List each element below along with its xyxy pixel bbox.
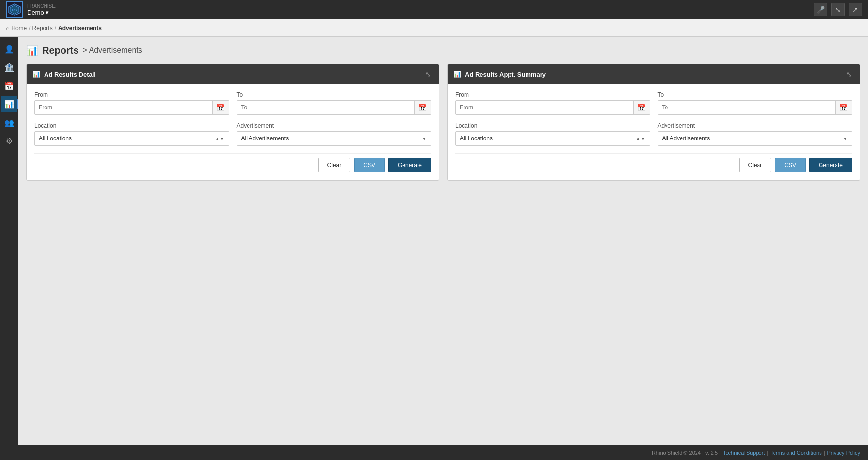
card2-advertisement-group: Advertisement All Advertisements ▼: [658, 123, 852, 146]
top-bar-right: 🎤 ⤡ ↗: [814, 3, 862, 16]
card1-header-left: 📊 Ad Results Detail: [32, 71, 96, 78]
expand-icon[interactable]: ⤡: [831, 3, 845, 16]
page-title: Reports: [42, 45, 79, 56]
breadcrumb-home[interactable]: Home: [11, 25, 27, 31]
breadcrumb-sep1: /: [29, 25, 30, 31]
card2-from-group: From 📅: [455, 92, 650, 115]
reports-chart-icon: 📊: [26, 45, 38, 56]
top-bar: RS FRANCHISE: Demo ▾ 🎤 ⤡ ↗: [0, 0, 868, 19]
card1-advertisement-select-wrapper: All Advertisements ▼: [237, 131, 432, 146]
card2-body: From 📅 To 📅: [448, 84, 860, 180]
card1-csv-button[interactable]: CSV: [354, 158, 385, 172]
sidebar-item-user[interactable]: 👤: [1, 41, 17, 57]
ad-results-summary-card: 📊 Ad Results Appt. Summary ⤡ From 📅: [447, 64, 860, 181]
card1-location-row: Location All Locations ▲▼ Advertisement: [34, 123, 431, 146]
card1-chart-icon: 📊: [32, 71, 40, 78]
sidebar-item-people[interactable]: 👥: [1, 114, 17, 131]
card2-location-group: Location All Locations ▲▼: [455, 123, 650, 146]
card1-advertisement-label: Advertisement: [237, 123, 432, 129]
card1-clear-button[interactable]: Clear: [318, 158, 351, 172]
card2-advertisement-select-wrapper: All Advertisements ▼: [658, 131, 852, 146]
card1-from-input[interactable]: [35, 101, 212, 114]
card1-title: Ad Results Detail: [44, 71, 96, 78]
breadcrumb-current: Advertisements: [58, 25, 102, 31]
card1-generate-button[interactable]: Generate: [388, 158, 431, 172]
external-link-icon[interactable]: ↗: [849, 3, 862, 16]
card2-from-calendar-button[interactable]: 📅: [633, 101, 650, 114]
card1-from-group: From 📅: [34, 92, 229, 115]
cards-grid: 📊 Ad Results Detail ⤡ From 📅: [26, 64, 860, 181]
franchise-label: FRANCHISE:: [27, 3, 57, 9]
footer-technical-support-link[interactable]: Technical Support: [723, 450, 765, 456]
sidebar: 👤 🏦 📅 📊 👥 ⚙: [0, 37, 18, 445]
card2-clear-button[interactable]: Clear: [739, 158, 772, 172]
card1-expand-button[interactable]: ⤡: [423, 69, 433, 79]
card2-location-row: Location All Locations ▲▼ Advertisement: [455, 123, 852, 146]
sidebar-item-calendar[interactable]: 📅: [1, 77, 17, 94]
footer-sep2: |: [824, 450, 825, 456]
footer-privacy-link[interactable]: Privacy Policy: [827, 450, 860, 456]
footer-terms-link[interactable]: Terms and Conditions: [770, 450, 822, 456]
card1-advertisement-select[interactable]: All Advertisements: [237, 132, 431, 145]
card2-location-select-wrapper: All Locations ▲▼: [455, 131, 650, 146]
card2-to-input-wrapper: 📅: [658, 100, 852, 115]
card2-location-select[interactable]: All Locations: [456, 132, 650, 145]
sidebar-item-bank[interactable]: 🏦: [1, 59, 17, 76]
svg-text:RS: RS: [12, 8, 17, 12]
breadcrumb-sep2: /: [55, 25, 56, 31]
card2-chart-icon: 📊: [453, 71, 461, 78]
card1-location-select-wrapper: All Locations ▲▼: [34, 131, 229, 146]
card1-advertisement-group: Advertisement All Advertisements ▼: [237, 123, 432, 146]
card1-location-group: Location All Locations ▲▼: [34, 123, 229, 146]
card1-body: From 📅 To 📅: [27, 84, 439, 180]
card2-from-input-wrapper: 📅: [455, 100, 650, 115]
card2-to-calendar-button[interactable]: 📅: [835, 101, 852, 114]
card2-header: 📊 Ad Results Appt. Summary ⤡: [448, 64, 860, 84]
breadcrumb: ⌂ Home / Reports / Advertisements: [0, 19, 868, 37]
card2-generate-button[interactable]: Generate: [809, 158, 852, 172]
card1-from-input-wrapper: 📅: [34, 100, 229, 115]
card1-to-input[interactable]: [237, 101, 415, 114]
card1-action-row: Clear CSV Generate: [34, 153, 431, 172]
card2-to-input[interactable]: [658, 101, 836, 114]
card2-date-row: From 📅 To 📅: [455, 92, 852, 115]
card1-to-label: To: [237, 92, 432, 98]
logo-icon: RS: [6, 1, 23, 18]
top-bar-left: RS FRANCHISE: Demo ▾: [6, 1, 57, 18]
breadcrumb-reports[interactable]: Reports: [32, 25, 53, 31]
card1-from-calendar-button[interactable]: 📅: [212, 101, 229, 114]
card2-csv-button[interactable]: CSV: [775, 158, 806, 172]
footer-copyright: Rhino Shield © 2024 | v. 2.5 |: [652, 450, 721, 456]
card1-to-input-wrapper: 📅: [237, 100, 432, 115]
card2-advertisement-label: Advertisement: [658, 123, 852, 129]
ad-results-detail-card: 📊 Ad Results Detail ⤡ From 📅: [26, 64, 439, 181]
franchise-name[interactable]: Demo ▾: [27, 9, 49, 16]
card2-to-group: To 📅: [658, 92, 852, 115]
page-subtitle: > Advertisements: [83, 46, 142, 55]
sidebar-item-reports[interactable]: 📊: [1, 96, 17, 112]
card1-to-calendar-button[interactable]: 📅: [414, 101, 431, 114]
sidebar-item-settings[interactable]: ⚙: [1, 133, 17, 149]
card2-header-left: 📊 Ad Results Appt. Summary: [453, 71, 546, 78]
card1-location-label: Location: [34, 123, 229, 129]
card2-from-label: From: [455, 92, 650, 98]
card1-date-row: From 📅 To 📅: [34, 92, 431, 115]
card1-header: 📊 Ad Results Detail ⤡: [27, 64, 439, 84]
page-title-area: 📊 Reports > Advertisements: [26, 45, 860, 56]
card1-to-group: To 📅: [237, 92, 432, 115]
content-area: 📊 Reports > Advertisements 📊 Ad Results …: [18, 37, 868, 445]
card2-from-input[interactable]: [456, 101, 633, 114]
card2-title: Ad Results Appt. Summary: [465, 71, 546, 78]
card2-to-label: To: [658, 92, 852, 98]
footer: Rhino Shield © 2024 | v. 2.5 | Technical…: [0, 445, 868, 460]
logo-area: RS FRANCHISE: Demo ▾: [6, 1, 57, 18]
card1-location-select[interactable]: All Locations: [35, 132, 229, 145]
card1-from-label: From: [34, 92, 229, 98]
home-icon: ⌂: [6, 25, 9, 31]
main-layout: 👤 🏦 📅 📊 👥 ⚙ 📊 Reports > Advertisements 📊…: [0, 37, 868, 445]
franchise-area: FRANCHISE: Demo ▾: [27, 3, 57, 16]
card2-advertisement-select[interactable]: All Advertisements: [658, 132, 852, 145]
card2-expand-button[interactable]: ⤡: [844, 69, 854, 79]
card2-action-row: Clear CSV Generate: [455, 153, 852, 172]
microphone-icon[interactable]: 🎤: [814, 3, 827, 16]
